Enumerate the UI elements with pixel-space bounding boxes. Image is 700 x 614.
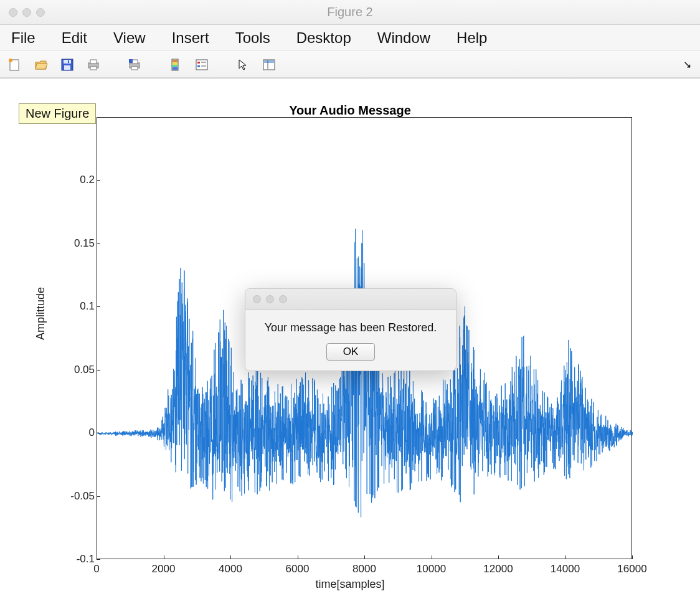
message-dialog: Your message has been Restored. OK xyxy=(245,288,456,371)
x-tick-label: 8000 xyxy=(352,563,376,575)
svg-rect-18 xyxy=(173,67,177,70)
y-tick-label: 0.15 xyxy=(57,237,95,250)
svg-rect-6 xyxy=(68,60,69,63)
pointer-button[interactable] xyxy=(234,56,252,73)
dialog-titlebar xyxy=(245,289,456,310)
save-button[interactable] xyxy=(59,56,76,73)
menubar: File Edit View Insert Tools Desktop Wind… xyxy=(0,25,700,51)
x-tick-label: 14000 xyxy=(551,563,580,575)
dock-arrow-icon[interactable]: ↘ xyxy=(683,59,691,70)
svg-rect-16 xyxy=(173,62,177,65)
menu-file[interactable]: File xyxy=(11,29,35,47)
print-figure-button[interactable] xyxy=(126,56,143,73)
y-tick-label: 0 xyxy=(57,427,95,439)
dialog-message: Your message has been Restored. xyxy=(252,321,450,334)
y-tick-label: -0.1 xyxy=(57,553,95,565)
x-tick-label: 10000 xyxy=(417,563,446,575)
new-figure-button[interactable] xyxy=(6,56,24,73)
svg-rect-25 xyxy=(264,60,274,63)
menu-insert[interactable]: Insert xyxy=(172,29,209,47)
x-tick-label: 16000 xyxy=(617,563,646,575)
svg-rect-9 xyxy=(90,67,97,70)
dialog-body: Your message has been Restored. OK xyxy=(245,310,456,371)
x-axis-label: time[samples] xyxy=(0,578,700,591)
svg-rect-8 xyxy=(90,60,97,64)
svg-point-2 xyxy=(9,59,12,62)
dialog-zoom-icon[interactable] xyxy=(279,295,287,303)
y-tick-label: 0.1 xyxy=(57,300,95,313)
dialog-close-icon[interactable] xyxy=(253,295,261,303)
zoom-window-icon[interactable] xyxy=(36,8,45,17)
svg-rect-4 xyxy=(64,60,71,64)
x-tick-label: 6000 xyxy=(286,563,310,575)
figure-window: Figure 2 File Edit View Insert Tools Des… xyxy=(0,0,700,614)
svg-rect-17 xyxy=(173,65,177,67)
menu-window[interactable]: Window xyxy=(377,29,430,47)
svg-rect-22 xyxy=(197,65,200,67)
x-tick-label: 12000 xyxy=(483,563,513,575)
dialog-ok-button[interactable]: OK xyxy=(326,343,375,361)
menu-help[interactable]: Help xyxy=(456,29,487,47)
print-button[interactable] xyxy=(85,56,102,73)
menu-tools[interactable]: Tools xyxy=(235,29,270,47)
close-window-icon[interactable] xyxy=(9,8,17,17)
window-title: Figure 2 xyxy=(0,5,700,19)
window-titlebar: Figure 2 xyxy=(0,0,700,25)
colorbar-button[interactable] xyxy=(167,56,184,73)
svg-rect-12 xyxy=(131,67,138,70)
menu-edit[interactable]: Edit xyxy=(62,29,87,47)
tooltip-new-figure: New Figure xyxy=(19,103,96,124)
data-cursor-button[interactable] xyxy=(260,56,278,73)
open-button[interactable] xyxy=(32,56,50,73)
chart-title: Your Audio Message xyxy=(0,103,700,118)
legend-button[interactable] xyxy=(193,56,210,73)
svg-rect-15 xyxy=(173,60,177,62)
menu-view[interactable]: View xyxy=(113,29,146,47)
window-controls xyxy=(9,8,45,17)
y-axis-label: Amplittude xyxy=(34,287,47,340)
svg-rect-5 xyxy=(64,65,70,70)
dialog-minimize-icon[interactable] xyxy=(266,295,274,303)
toolbar: ↘ xyxy=(0,51,700,78)
svg-rect-13 xyxy=(129,59,133,63)
y-tick-label: 0.05 xyxy=(57,364,95,376)
y-tick-label: -0.05 xyxy=(57,490,95,503)
menu-desktop[interactable]: Desktop xyxy=(296,29,351,47)
x-tick-label: 2000 xyxy=(152,563,176,575)
x-tick-label: 4000 xyxy=(219,563,242,575)
svg-rect-20 xyxy=(197,62,200,64)
svg-rect-19 xyxy=(196,60,207,70)
minimize-window-icon[interactable] xyxy=(22,8,31,17)
y-tick-label: 0.2 xyxy=(57,174,95,186)
x-tick-label: 0 xyxy=(93,563,99,575)
